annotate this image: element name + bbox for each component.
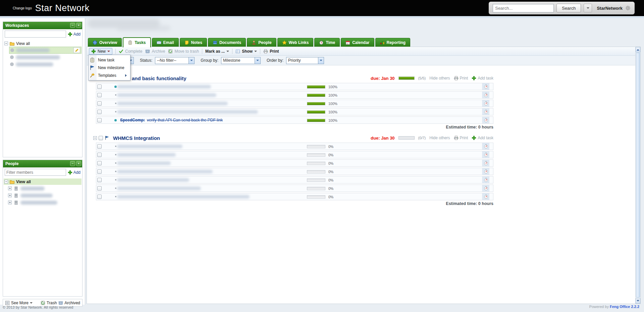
edit-workspace-button[interactable] [73, 47, 80, 53]
expand-icon[interactable] [8, 187, 12, 190]
add-person-button[interactable]: Add [68, 170, 80, 175]
task-timer-button[interactable] [482, 108, 489, 115]
menu-item-new-task[interactable]: New task [89, 56, 130, 64]
task-timer-button[interactable] [482, 92, 489, 98]
tab-documents[interactable]: Documents [208, 38, 246, 47]
task-timer-button[interactable] [482, 176, 489, 183]
task-checkbox[interactable] [97, 85, 102, 89]
status-filter-select[interactable]: --No filter-- [155, 57, 195, 64]
milestone-print-link[interactable]: Print [454, 136, 468, 140]
workspaces-view-all[interactable]: View all [4, 40, 82, 47]
task-checkbox[interactable] [97, 101, 102, 106]
task-checkbox[interactable] [97, 169, 102, 174]
task-checkbox[interactable] [97, 186, 102, 191]
search-input[interactable] [493, 4, 554, 12]
menu-item-templates[interactable]: Templates [89, 71, 130, 79]
complete-button[interactable]: Complete [119, 49, 142, 54]
tab-notes[interactable]: Notes [180, 38, 207, 47]
tab-web-links[interactable]: Web Links [277, 38, 314, 47]
gear-icon[interactable] [625, 5, 631, 11]
order-by-select[interactable]: Priority [286, 57, 324, 64]
milestone-title[interactable]: and basic functionality [132, 75, 186, 81]
group-by-select[interactable]: Milestone [221, 57, 261, 64]
scroll-down-button[interactable] [636, 298, 640, 304]
task-timer-button[interactable] [482, 193, 489, 200]
task-timer-button[interactable] [482, 117, 489, 123]
task-title[interactable]: SpeedComp:verify that API Can send back … [120, 118, 223, 122]
account-name[interactable]: StarNetwork [597, 6, 623, 11]
vertical-scrollbar[interactable] [635, 47, 640, 304]
minimize-icon[interactable]: − [70, 23, 75, 28]
workspace-item[interactable] [9, 54, 82, 61]
show-button[interactable]: Show [235, 49, 257, 54]
workspace-item-selected[interactable] [9, 47, 82, 54]
task-checkbox[interactable] [97, 118, 102, 122]
task-checkbox[interactable] [97, 110, 102, 114]
collapse-icon[interactable] [4, 180, 8, 184]
task-timer-button[interactable] [482, 83, 489, 90]
change-logo-link[interactable]: Change logo [13, 6, 32, 10]
task-timer-button[interactable] [482, 160, 489, 166]
menu-item-new-milestone[interactable]: New milestone [89, 64, 130, 71]
feng-office-link[interactable]: Feng Office 2.2.2 [610, 305, 639, 309]
search-options-button[interactable] [584, 4, 592, 12]
task-row-completed[interactable]: SpeedComp:verify that API Can send back … [96, 116, 493, 124]
tab-time[interactable]: Time [314, 38, 340, 47]
tab-email[interactable]: Email [152, 38, 179, 47]
task-row[interactable]: 0% [96, 176, 493, 184]
archived-button[interactable]: Archived [58, 301, 80, 305]
expand-icon[interactable] [8, 201, 12, 204]
close-icon[interactable]: × [76, 23, 81, 28]
task-row[interactable]: 100% [96, 100, 493, 107]
task-row[interactable]: 0% [96, 143, 493, 150]
task-row[interactable]: 0% [96, 193, 493, 200]
people-group-item[interactable] [7, 192, 82, 199]
move-to-trash-button[interactable]: Move to trash [168, 49, 199, 54]
tab-tasks[interactable]: Tasks [123, 37, 151, 47]
archive-button[interactable]: Archive [145, 49, 165, 54]
collapse-icon[interactable] [93, 136, 97, 140]
task-checkbox[interactable] [97, 178, 102, 182]
new-button[interactable]: New [89, 48, 112, 55]
task-row[interactable]: 0% [96, 159, 493, 167]
milestone-checkbox[interactable] [99, 136, 103, 140]
filter-members-input[interactable] [5, 169, 66, 176]
task-checkbox[interactable] [97, 195, 102, 199]
scroll-up-button[interactable] [636, 47, 640, 52]
workspace-item[interactable] [9, 61, 82, 68]
task-checkbox[interactable] [97, 93, 102, 97]
close-icon[interactable]: × [76, 161, 81, 166]
task-row[interactable]: 0% [96, 168, 493, 175]
task-row[interactable]: 100% [96, 91, 493, 99]
task-timer-button[interactable] [482, 100, 489, 107]
collapse-icon[interactable] [4, 42, 8, 45]
workspace-quick-add-input[interactable] [5, 31, 66, 38]
task-timer-button[interactable] [482, 143, 489, 150]
task-timer-button[interactable] [482, 168, 489, 175]
tab-people[interactable]: People [247, 38, 276, 47]
mark-as-button[interactable]: Mark as ... [205, 49, 229, 54]
tab-reporting[interactable]: Reporting [375, 38, 411, 47]
add-workspace-button[interactable]: Add [68, 32, 80, 37]
expand-icon[interactable] [8, 194, 12, 197]
trash-button[interactable]: Trash [41, 301, 57, 305]
scrollbar-thumb[interactable] [636, 53, 640, 298]
tab-calendar[interactable]: Calendar [341, 38, 374, 47]
add-task-link[interactable]: Add task [472, 76, 493, 81]
task-row[interactable]: 0% [96, 185, 493, 192]
tab-overview[interactable]: Overview [88, 38, 122, 47]
hide-others-link[interactable]: Hide others [429, 76, 450, 81]
task-timer-button[interactable] [482, 185, 489, 192]
task-timer-button[interactable] [482, 151, 489, 158]
minimize-icon[interactable]: − [70, 161, 75, 166]
people-view-all[interactable]: View all [4, 178, 82, 185]
see-more-button[interactable]: See More [5, 301, 33, 305]
milestone-title[interactable]: WHMCS Integration [113, 135, 160, 141]
milestone-print-link[interactable]: Print [454, 76, 468, 81]
task-row[interactable]: 100% [96, 83, 493, 90]
hide-others-link[interactable]: Hide others [429, 136, 450, 140]
task-checkbox[interactable] [97, 144, 102, 149]
task-checkbox[interactable] [97, 153, 102, 157]
task-checkbox[interactable] [97, 161, 102, 165]
search-button[interactable]: Search [556, 4, 581, 12]
